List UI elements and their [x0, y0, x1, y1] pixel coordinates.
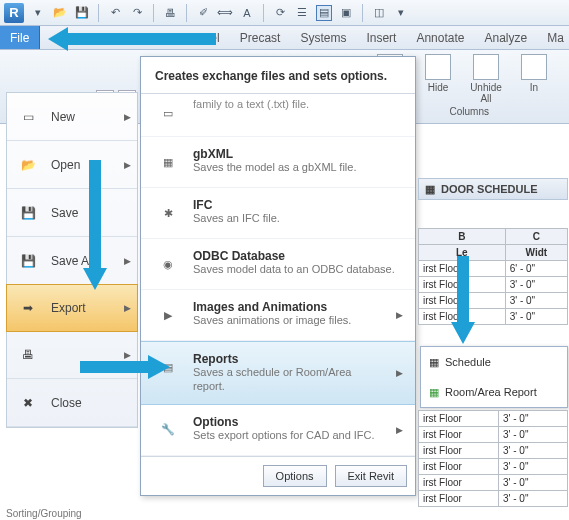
tab-systems[interactable]: Systems: [290, 26, 356, 49]
chevron-right-icon: ▶: [396, 310, 403, 320]
schedule-icon: ▦: [425, 183, 435, 196]
file-menu-label: Save A: [51, 254, 89, 268]
file-menu-open[interactable]: 📂Open▶: [7, 141, 137, 189]
view-icon[interactable]: ▾: [393, 5, 409, 21]
export-ifc[interactable]: ✱IFCSaves an IFC file.: [141, 188, 415, 239]
flyout-footer: Options Exit Revit: [141, 456, 415, 495]
caret-down-icon[interactable]: ▾: [30, 5, 46, 21]
chevron-right-icon: ▶: [124, 160, 131, 170]
schedule-title-bar: ▦ DOOR SCHEDULE: [418, 178, 568, 200]
sorting-grouping-label: Sorting/Grouping: [6, 508, 82, 519]
table-row[interactable]: irst Floor3' - 0": [419, 411, 568, 427]
measure-icon[interactable]: ✐: [195, 5, 211, 21]
table-row[interactable]: irst Floor6' - 0": [419, 261, 568, 277]
submenu-schedule[interactable]: ▦ Schedule: [421, 347, 567, 377]
export-item-desc: Saves an IFC file.: [193, 212, 403, 226]
save-icon[interactable]: 💾: [74, 5, 90, 21]
tab-manage[interactable]: Ma: [537, 26, 569, 49]
export-gbxml[interactable]: ▦gbXMLSaves the model as a gbXML file.: [141, 137, 415, 188]
export-reports[interactable]: ▤ReportsSaves a schedule or Room/Area re…: [141, 341, 415, 405]
text-icon[interactable]: A: [239, 5, 255, 21]
open-icon[interactable]: 📂: [52, 5, 68, 21]
exit-revit-button[interactable]: Exit Revit: [335, 465, 407, 487]
file-menu-label: Save: [51, 206, 78, 220]
table-row[interactable]: irst Floor3' - 0": [419, 475, 568, 491]
chevron-right-icon: ▶: [124, 112, 131, 122]
table-row[interactable]: irst Floor3' - 0": [419, 309, 568, 325]
file-menu-close[interactable]: ✖Close: [7, 379, 137, 427]
disk-icon: 💾: [15, 200, 41, 226]
chevron-right-icon: ▶: [124, 350, 131, 360]
export-item-name: IFC: [193, 198, 403, 212]
export-flyout: Creates exchange files and sets options.…: [140, 56, 416, 496]
quick-access-toolbar: R ▾ 📂 💾 ↶ ↷ 🖶 ✐ ⟺ A ⟳ ☰ ▤ ▣ ◫ ▾: [0, 0, 569, 26]
flyout-item-partial[interactable]: ▭ family to a text (.txt) file.: [141, 94, 415, 137]
columns-panel-label: Columns: [450, 106, 489, 117]
col-subheader: Le: [419, 245, 506, 261]
export-options[interactable]: 🔧OptionsSets export options for CAD and …: [141, 405, 415, 456]
file-menu: ▭New▶📂Open▶💾Save💾Save A▶➡Export▶🖶▶✖Close: [6, 92, 138, 428]
tab-file[interactable]: File: [0, 26, 40, 49]
export-item-icon: ▤: [153, 352, 183, 382]
file-menu-save[interactable]: 💾Save: [7, 189, 137, 237]
table-row[interactable]: irst Floor3' - 0": [419, 277, 568, 293]
file-menu-label: Export: [51, 301, 86, 315]
tab-analyze[interactable]: Analyze: [474, 26, 537, 49]
options-button[interactable]: Options: [263, 465, 327, 487]
export-icon: ➡: [15, 295, 41, 321]
table-row[interactable]: irst Floor3' - 0": [419, 491, 568, 507]
export-item-desc: Saves model data to an ODBC database.: [193, 263, 403, 277]
undo-icon[interactable]: ↶: [107, 5, 123, 21]
unhide-button[interactable]: Unhide All: [465, 54, 507, 104]
hide-icon: [425, 54, 451, 80]
revit-logo-icon[interactable]: R: [4, 3, 24, 23]
insert-button[interactable]: In: [513, 54, 555, 104]
close-hidden-icon[interactable]: ▣: [338, 5, 354, 21]
unhide-icon: [473, 54, 499, 80]
export-item-icon: ▦: [153, 147, 183, 177]
export-odbc-database[interactable]: ◉ODBC DatabaseSaves model data to an ODB…: [141, 239, 415, 290]
schedule-table-lower: irst Floor3' - 0"irst Floor3' - 0"irst F…: [418, 410, 568, 507]
file-menu-label: New: [51, 110, 75, 124]
thin-lines-icon[interactable]: ☰: [294, 5, 310, 21]
col-header[interactable]: C: [505, 229, 567, 245]
schedule-title: DOOR SCHEDULE: [441, 183, 538, 195]
separator: [263, 4, 264, 22]
sync-icon[interactable]: ⟳: [272, 5, 288, 21]
doc-icon: ▭: [15, 104, 41, 130]
reports-submenu: ▦ Schedule ▦ Room/Area Report: [420, 346, 568, 408]
chevron-right-icon: ▶: [124, 303, 131, 313]
file-menu-new[interactable]: ▭New▶: [7, 93, 137, 141]
file-menu-item[interactable]: 🖶▶: [7, 331, 137, 379]
folder-icon: 📂: [15, 152, 41, 178]
switch-windows-icon[interactable]: ◫: [371, 5, 387, 21]
file-menu-export[interactable]: ➡Export▶: [6, 284, 138, 332]
submenu-room-area-report[interactable]: ▦ Room/Area Report: [421, 377, 567, 407]
print-icon[interactable]: 🖶: [162, 5, 178, 21]
dimension-icon[interactable]: ⟺: [217, 5, 233, 21]
tab-annotate[interactable]: Annotate: [406, 26, 474, 49]
tab-insert[interactable]: Insert: [356, 26, 406, 49]
table-row[interactable]: irst Floor3' - 0": [419, 459, 568, 475]
export-item-name: Images and Animations: [193, 300, 386, 314]
text-file-icon: ▭: [153, 98, 183, 128]
chevron-right-icon: ▶: [396, 368, 403, 378]
export-item-name: ODBC Database: [193, 249, 403, 263]
print-icon: 🖶: [15, 342, 41, 368]
table-row[interactable]: irst Floor3' - 0": [419, 293, 568, 309]
export-images-and-animations[interactable]: ▶Images and AnimationsSaves animations o…: [141, 290, 415, 341]
redo-icon[interactable]: ↷: [129, 5, 145, 21]
disk-as-icon: 💾: [15, 248, 41, 274]
tab-precast[interactable]: Precast: [230, 26, 291, 49]
export-item-desc: Saves a schedule or Room/Area report.: [193, 366, 386, 394]
file-menu-save-a[interactable]: 💾Save A▶: [7, 237, 137, 285]
room-report-icon: ▦: [429, 386, 439, 399]
hide-button[interactable]: Hide: [417, 54, 459, 104]
tab-steel[interactable]: teel: [190, 26, 229, 49]
table-row[interactable]: irst Floor3' - 0": [419, 427, 568, 443]
export-item-icon: ◉: [153, 249, 183, 279]
filter-icon[interactable]: ▤: [316, 5, 332, 21]
flyout-title: Creates exchange files and sets options.: [141, 57, 415, 94]
table-row[interactable]: irst Floor3' - 0": [419, 443, 568, 459]
col-header[interactable]: B: [419, 229, 506, 245]
